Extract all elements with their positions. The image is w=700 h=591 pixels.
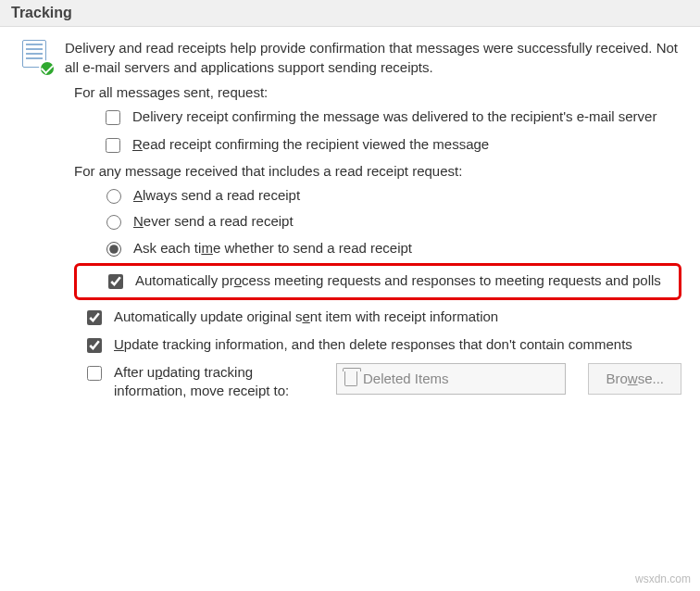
update-tracking-label: Update tracking information, and then de… <box>114 335 681 354</box>
auto-process-checkbox[interactable] <box>108 274 123 289</box>
radio-always[interactable] <box>106 189 121 204</box>
move-receipt-label: After updating tracking information, mov… <box>114 363 327 401</box>
trash-icon <box>344 371 357 386</box>
section-title: Tracking <box>11 5 72 20</box>
section-header: Tracking <box>0 0 700 27</box>
radio-never-label: Never send a read receipt <box>133 212 681 231</box>
radio-never-option[interactable]: Never send a read receipt <box>102 212 681 231</box>
read-receipt-label: Read receipt confirming the recipient vi… <box>132 135 681 154</box>
radio-always-label: Always send a read receipt <box>133 186 681 205</box>
auto-update-option[interactable]: Automatically update original sent item … <box>83 308 681 328</box>
auto-process-option[interactable]: Automatically process meeting requests a… <box>105 271 673 292</box>
move-receipt-row: After updating tracking information, mov… <box>83 363 681 401</box>
read-receipt-checkbox[interactable] <box>106 138 120 153</box>
update-tracking-checkbox[interactable] <box>87 338 102 353</box>
folder-field: Deleted Items <box>336 363 566 395</box>
receive-label: For any message received that includes a… <box>74 163 681 179</box>
move-receipt-checkbox[interactable] <box>87 366 102 381</box>
request-label: For all messages sent, request: <box>74 84 681 100</box>
update-tracking-option[interactable]: Update tracking information, and then de… <box>83 335 681 356</box>
delivery-receipt-option[interactable]: Delivery receipt confirming the message … <box>102 107 681 128</box>
intro-row: Delivery and read receipts help provide … <box>19 38 681 77</box>
highlighted-option: Automatically process meeting requests a… <box>74 263 681 300</box>
folder-name: Deleted Items <box>363 371 449 386</box>
radio-never[interactable] <box>106 215 121 230</box>
read-receipt-option[interactable]: Read receipt confirming the recipient vi… <box>102 135 681 156</box>
auto-process-label: Automatically process meeting requests a… <box>135 271 673 290</box>
delivery-receipt-label: Delivery receipt confirming the message … <box>132 107 681 126</box>
tracking-panel: Delivery and read receipts help provide … <box>0 27 700 419</box>
browse-button[interactable]: Browse... <box>588 363 681 395</box>
auto-update-checkbox[interactable] <box>87 310 102 325</box>
delivery-receipt-checkbox[interactable] <box>106 110 120 125</box>
auto-update-label: Automatically update original sent item … <box>114 308 681 326</box>
radio-ask-label: Ask each time whether to send a read rec… <box>133 239 681 258</box>
radio-always-option[interactable]: Always send a read receipt <box>102 186 681 205</box>
radio-ask[interactable] <box>106 242 121 257</box>
radio-ask-option[interactable]: Ask each time whether to send a read rec… <box>102 239 681 258</box>
receipt-confirm-icon <box>19 40 54 75</box>
intro-text: Delivery and read receipts help provide … <box>65 38 681 77</box>
